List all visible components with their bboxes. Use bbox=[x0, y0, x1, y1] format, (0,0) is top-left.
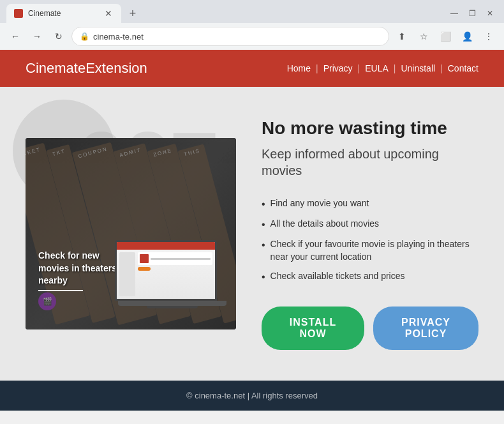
nav-contact[interactable]: Contact bbox=[448, 63, 478, 73]
caption-line2: movies in theaters bbox=[38, 263, 117, 273]
site-logo: CinemateExtension bbox=[26, 60, 147, 77]
share-button[interactable]: ⬆ bbox=[393, 27, 411, 45]
feature-item: • All the details about movies bbox=[262, 215, 478, 235]
close-button[interactable]: ✕ bbox=[485, 8, 495, 19]
screen-header bbox=[117, 242, 215, 250]
laptop-base bbox=[118, 301, 226, 306]
logo-bold: Cinemate bbox=[26, 60, 85, 76]
screen-cta-btn bbox=[138, 267, 151, 271]
site-header: CinemateExtension Home | Privacy | EULA … bbox=[0, 50, 504, 87]
menu-button[interactable]: ⋮ bbox=[480, 27, 498, 45]
minimize-button[interactable]: — bbox=[449, 8, 459, 19]
purple-badge: 🎬 bbox=[38, 292, 56, 310]
bookmark-button[interactable]: ☆ bbox=[415, 27, 433, 45]
screen-sidebar bbox=[119, 252, 135, 296]
install-now-button[interactable]: INSTALL NOW bbox=[262, 307, 364, 350]
laptop-screen bbox=[115, 240, 217, 301]
new-tab-button[interactable]: + bbox=[124, 4, 142, 22]
forward-button[interactable]: → bbox=[28, 27, 46, 45]
bullet-icon: • bbox=[262, 238, 265, 252]
cta-buttons: INSTALL NOW PRIVACY POLICY bbox=[262, 307, 478, 350]
tab-close-button[interactable]: ✕ bbox=[103, 8, 114, 19]
card-text bbox=[151, 258, 211, 260]
site-footer: © cinema-te.net | All rights reserved bbox=[0, 381, 504, 411]
site-nav: Home | Privacy | EULA | Uninstall | Cont… bbox=[287, 63, 478, 73]
screen-content bbox=[117, 242, 215, 299]
screen-main bbox=[138, 252, 212, 296]
feature-list: • Find any movie you want • All the deta… bbox=[262, 194, 478, 287]
badge-icon: 🎬 bbox=[43, 297, 52, 306]
feature-item: • Check available tickets and prices bbox=[262, 267, 478, 287]
address-bar[interactable]: 🔒 cinema-te.net bbox=[71, 27, 389, 46]
laptop-mockup bbox=[115, 240, 230, 317]
screen-body bbox=[117, 250, 215, 299]
feature-text: Check if your favourite movie is playing… bbox=[271, 238, 478, 263]
nav-home[interactable]: Home bbox=[287, 63, 311, 73]
browser-chrome: Cinemate ✕ + — ❐ ✕ ← → ↻ 🔒 cinema-te.net… bbox=[0, 0, 504, 50]
screen-card bbox=[138, 252, 212, 265]
title-bar: Cinemate ✕ + — ❐ ✕ bbox=[0, 0, 504, 23]
footer-text: © cinema-te.net | All rights reserved bbox=[186, 391, 318, 400]
feature-item: • Find any movie you want bbox=[262, 194, 478, 215]
image-caption: Check for new movies in theaters nearby bbox=[38, 250, 117, 291]
hero-subtitle: Keep informed about upcoming movies bbox=[262, 146, 478, 179]
nav-privacy[interactable]: Privacy bbox=[323, 63, 353, 73]
back-button[interactable]: ← bbox=[6, 27, 24, 45]
caption-line3: nearby bbox=[38, 275, 68, 285]
lock-icon: 🔒 bbox=[80, 32, 89, 41]
window-controls: — ❐ ✕ bbox=[449, 8, 498, 19]
tab-favicon bbox=[14, 9, 23, 18]
page-content: CinemateExtension Home | Privacy | EULA … bbox=[0, 50, 504, 424]
nav-divider: | bbox=[316, 63, 318, 73]
bullet-icon: • bbox=[262, 197, 265, 211]
caption-line1: Check for new bbox=[38, 250, 100, 261]
feature-text: Find any movie you want bbox=[271, 197, 369, 210]
logo-light: Extension bbox=[85, 60, 147, 76]
hero-image: TICKET TKT COUPON ADMIT ZONE THIS Check … bbox=[26, 138, 236, 329]
nav-uninstall[interactable]: Uninstall bbox=[401, 63, 435, 73]
image-mockup: TICKET TKT COUPON ADMIT ZONE THIS Check … bbox=[26, 138, 236, 329]
profile-button[interactable]: 👤 bbox=[458, 27, 476, 45]
nav-eula[interactable]: EULA bbox=[365, 63, 389, 73]
card-img bbox=[140, 254, 149, 263]
bullet-icon: • bbox=[262, 218, 265, 232]
privacy-policy-button[interactable]: PRIVACY POLICY bbox=[373, 307, 478, 350]
hero-content: No more wasting time Keep informed about… bbox=[262, 117, 478, 350]
tab-title: Cinemate bbox=[28, 9, 98, 18]
caption-underline bbox=[38, 290, 83, 291]
nav-divider: | bbox=[394, 63, 396, 73]
nav-divider: | bbox=[358, 63, 360, 73]
bullet-icon: • bbox=[262, 270, 265, 284]
restore-button[interactable]: ❐ bbox=[467, 8, 477, 19]
reload-button[interactable]: ↻ bbox=[50, 27, 68, 45]
hero-title: No more wasting time bbox=[262, 117, 478, 139]
extensions-button[interactable]: ⬜ bbox=[436, 27, 454, 45]
nav-actions: ⬆ ☆ ⬜ 👤 ⋮ bbox=[393, 27, 498, 45]
feature-item: • Check if your favourite movie is playi… bbox=[262, 235, 478, 266]
feature-text: Check available tickets and prices bbox=[271, 270, 405, 283]
laptop-stand bbox=[147, 306, 198, 308]
feature-text: All the details about movies bbox=[271, 218, 379, 231]
address-text: cinema-te.net bbox=[93, 32, 381, 42]
browser-tab[interactable]: Cinemate ✕ bbox=[6, 4, 121, 23]
nav-divider: | bbox=[440, 63, 443, 73]
hero-section: 007 TICKET TKT COUPON ADMIT ZONE THIS Ch… bbox=[0, 87, 504, 381]
nav-bar: ← → ↻ 🔒 cinema-te.net ⬆ ☆ ⬜ 👤 ⋮ bbox=[0, 23, 504, 50]
